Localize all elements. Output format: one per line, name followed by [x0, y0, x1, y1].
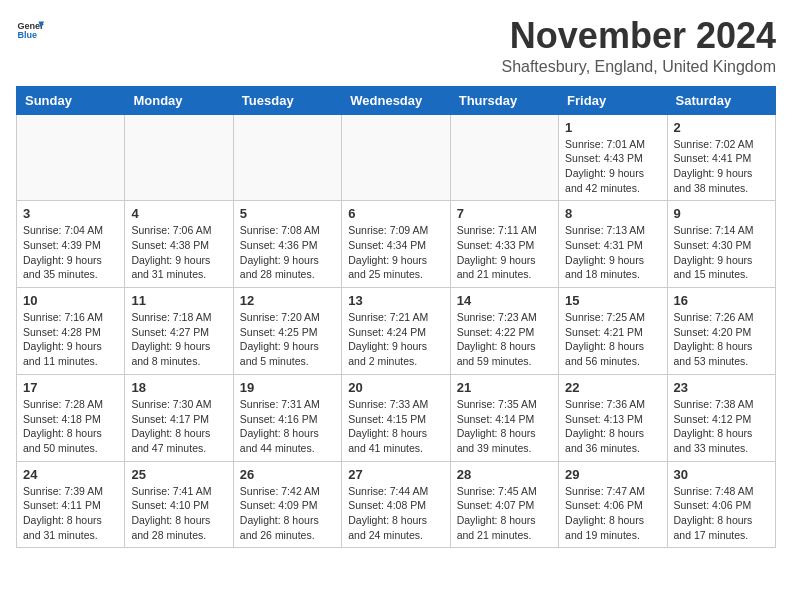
calendar-table: SundayMondayTuesdayWednesdayThursdayFrid… — [16, 86, 776, 549]
day-number: 4 — [131, 206, 226, 221]
calendar-day-cell: 16Sunrise: 7:26 AMSunset: 4:20 PMDayligh… — [667, 288, 775, 375]
day-number: 5 — [240, 206, 335, 221]
calendar-day-cell — [125, 114, 233, 201]
calendar-day-cell: 12Sunrise: 7:20 AMSunset: 4:25 PMDayligh… — [233, 288, 341, 375]
day-info: Sunrise: 7:20 AMSunset: 4:25 PMDaylight:… — [240, 310, 335, 369]
calendar-day-cell: 3Sunrise: 7:04 AMSunset: 4:39 PMDaylight… — [17, 201, 125, 288]
day-info: Sunrise: 7:14 AMSunset: 4:30 PMDaylight:… — [674, 223, 769, 282]
day-number: 19 — [240, 380, 335, 395]
logo-icon: General Blue — [16, 16, 44, 44]
calendar-day-cell: 26Sunrise: 7:42 AMSunset: 4:09 PMDayligh… — [233, 461, 341, 548]
day-number: 18 — [131, 380, 226, 395]
day-info: Sunrise: 7:31 AMSunset: 4:16 PMDaylight:… — [240, 397, 335, 456]
day-number: 21 — [457, 380, 552, 395]
day-info: Sunrise: 7:48 AMSunset: 4:06 PMDaylight:… — [674, 484, 769, 543]
day-info: Sunrise: 7:21 AMSunset: 4:24 PMDaylight:… — [348, 310, 443, 369]
calendar-week-row: 24Sunrise: 7:39 AMSunset: 4:11 PMDayligh… — [17, 461, 776, 548]
day-info: Sunrise: 7:01 AMSunset: 4:43 PMDaylight:… — [565, 137, 660, 196]
day-number: 14 — [457, 293, 552, 308]
calendar-week-row: 3Sunrise: 7:04 AMSunset: 4:39 PMDaylight… — [17, 201, 776, 288]
day-number: 20 — [348, 380, 443, 395]
calendar-day-cell — [17, 114, 125, 201]
day-number: 25 — [131, 467, 226, 482]
calendar-day-cell: 19Sunrise: 7:31 AMSunset: 4:16 PMDayligh… — [233, 374, 341, 461]
day-info: Sunrise: 7:16 AMSunset: 4:28 PMDaylight:… — [23, 310, 118, 369]
calendar-day-cell: 5Sunrise: 7:08 AMSunset: 4:36 PMDaylight… — [233, 201, 341, 288]
calendar-week-row: 1Sunrise: 7:01 AMSunset: 4:43 PMDaylight… — [17, 114, 776, 201]
day-of-week-header: Saturday — [667, 86, 775, 114]
day-info: Sunrise: 7:02 AMSunset: 4:41 PMDaylight:… — [674, 137, 769, 196]
day-info: Sunrise: 7:04 AMSunset: 4:39 PMDaylight:… — [23, 223, 118, 282]
calendar-day-cell: 30Sunrise: 7:48 AMSunset: 4:06 PMDayligh… — [667, 461, 775, 548]
day-info: Sunrise: 7:45 AMSunset: 4:07 PMDaylight:… — [457, 484, 552, 543]
day-info: Sunrise: 7:18 AMSunset: 4:27 PMDaylight:… — [131, 310, 226, 369]
day-of-week-header: Friday — [559, 86, 667, 114]
page-header: General Blue November 2024 Shaftesbury, … — [16, 16, 776, 76]
day-number: 6 — [348, 206, 443, 221]
day-info: Sunrise: 7:41 AMSunset: 4:10 PMDaylight:… — [131, 484, 226, 543]
day-of-week-header: Sunday — [17, 86, 125, 114]
day-info: Sunrise: 7:11 AMSunset: 4:33 PMDaylight:… — [457, 223, 552, 282]
day-number: 15 — [565, 293, 660, 308]
day-info: Sunrise: 7:33 AMSunset: 4:15 PMDaylight:… — [348, 397, 443, 456]
day-info: Sunrise: 7:26 AMSunset: 4:20 PMDaylight:… — [674, 310, 769, 369]
calendar-day-cell: 22Sunrise: 7:36 AMSunset: 4:13 PMDayligh… — [559, 374, 667, 461]
calendar-day-cell: 10Sunrise: 7:16 AMSunset: 4:28 PMDayligh… — [17, 288, 125, 375]
calendar-day-cell: 6Sunrise: 7:09 AMSunset: 4:34 PMDaylight… — [342, 201, 450, 288]
calendar-day-cell: 13Sunrise: 7:21 AMSunset: 4:24 PMDayligh… — [342, 288, 450, 375]
day-number: 8 — [565, 206, 660, 221]
day-info: Sunrise: 7:06 AMSunset: 4:38 PMDaylight:… — [131, 223, 226, 282]
day-of-week-header: Wednesday — [342, 86, 450, 114]
day-info: Sunrise: 7:42 AMSunset: 4:09 PMDaylight:… — [240, 484, 335, 543]
calendar-day-cell: 20Sunrise: 7:33 AMSunset: 4:15 PMDayligh… — [342, 374, 450, 461]
day-info: Sunrise: 7:30 AMSunset: 4:17 PMDaylight:… — [131, 397, 226, 456]
day-number: 17 — [23, 380, 118, 395]
calendar-day-cell: 25Sunrise: 7:41 AMSunset: 4:10 PMDayligh… — [125, 461, 233, 548]
day-number: 12 — [240, 293, 335, 308]
calendar-day-cell: 17Sunrise: 7:28 AMSunset: 4:18 PMDayligh… — [17, 374, 125, 461]
day-number: 1 — [565, 120, 660, 135]
day-number: 26 — [240, 467, 335, 482]
day-number: 11 — [131, 293, 226, 308]
calendar-day-cell: 2Sunrise: 7:02 AMSunset: 4:41 PMDaylight… — [667, 114, 775, 201]
month-year-title: November 2024 — [501, 16, 776, 56]
day-number: 2 — [674, 120, 769, 135]
day-number: 29 — [565, 467, 660, 482]
day-info: Sunrise: 7:09 AMSunset: 4:34 PMDaylight:… — [348, 223, 443, 282]
calendar-week-row: 17Sunrise: 7:28 AMSunset: 4:18 PMDayligh… — [17, 374, 776, 461]
day-of-week-header: Monday — [125, 86, 233, 114]
day-info: Sunrise: 7:35 AMSunset: 4:14 PMDaylight:… — [457, 397, 552, 456]
day-number: 9 — [674, 206, 769, 221]
day-number: 24 — [23, 467, 118, 482]
day-info: Sunrise: 7:36 AMSunset: 4:13 PMDaylight:… — [565, 397, 660, 456]
day-info: Sunrise: 7:38 AMSunset: 4:12 PMDaylight:… — [674, 397, 769, 456]
day-info: Sunrise: 7:39 AMSunset: 4:11 PMDaylight:… — [23, 484, 118, 543]
calendar-day-cell: 11Sunrise: 7:18 AMSunset: 4:27 PMDayligh… — [125, 288, 233, 375]
day-number: 10 — [23, 293, 118, 308]
day-info: Sunrise: 7:08 AMSunset: 4:36 PMDaylight:… — [240, 223, 335, 282]
day-of-week-header: Tuesday — [233, 86, 341, 114]
day-number: 3 — [23, 206, 118, 221]
day-info: Sunrise: 7:13 AMSunset: 4:31 PMDaylight:… — [565, 223, 660, 282]
calendar-day-cell — [233, 114, 341, 201]
title-section: November 2024 Shaftesbury, England, Unit… — [501, 16, 776, 76]
logo: General Blue — [16, 16, 44, 44]
calendar-day-cell: 7Sunrise: 7:11 AMSunset: 4:33 PMDaylight… — [450, 201, 558, 288]
calendar-week-row: 10Sunrise: 7:16 AMSunset: 4:28 PMDayligh… — [17, 288, 776, 375]
day-number: 23 — [674, 380, 769, 395]
svg-text:Blue: Blue — [17, 30, 37, 40]
day-info: Sunrise: 7:23 AMSunset: 4:22 PMDaylight:… — [457, 310, 552, 369]
calendar-day-cell: 9Sunrise: 7:14 AMSunset: 4:30 PMDaylight… — [667, 201, 775, 288]
calendar-day-cell: 15Sunrise: 7:25 AMSunset: 4:21 PMDayligh… — [559, 288, 667, 375]
day-number: 7 — [457, 206, 552, 221]
day-number: 28 — [457, 467, 552, 482]
day-number: 13 — [348, 293, 443, 308]
day-number: 22 — [565, 380, 660, 395]
day-info: Sunrise: 7:28 AMSunset: 4:18 PMDaylight:… — [23, 397, 118, 456]
calendar-day-cell: 14Sunrise: 7:23 AMSunset: 4:22 PMDayligh… — [450, 288, 558, 375]
calendar-day-cell: 21Sunrise: 7:35 AMSunset: 4:14 PMDayligh… — [450, 374, 558, 461]
calendar-day-cell — [342, 114, 450, 201]
calendar-day-cell: 18Sunrise: 7:30 AMSunset: 4:17 PMDayligh… — [125, 374, 233, 461]
calendar-day-cell: 23Sunrise: 7:38 AMSunset: 4:12 PMDayligh… — [667, 374, 775, 461]
day-of-week-header: Thursday — [450, 86, 558, 114]
